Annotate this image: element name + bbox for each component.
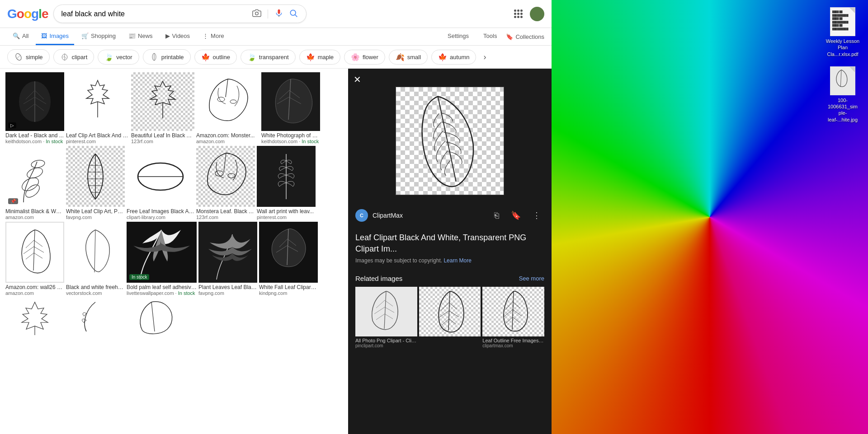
related-item[interactable] [419,287,481,348]
grid-item[interactable]: Free Leaf Images Black And ... clipart-l… [127,146,194,220]
detail-close-button[interactable]: ✕ [354,74,361,85]
related-image-1 [355,287,417,336]
collections-button[interactable]: 🔖 Collections [506,33,544,40]
svg-rect-1 [278,9,280,14]
grid-item[interactable] [5,298,64,338]
grid-item-label: Amazon.com: wall26 - ... [5,284,64,290]
related-label: All Photo Png Clipart - Clip ... [355,338,417,343]
svg-point-0 [255,12,259,15]
grid-item-label: Plant Leaves Leaf Blac... [198,284,257,290]
svg-line-68 [439,311,449,318]
svg-line-75 [504,309,513,317]
flower-icon: 🌸 [351,53,360,61]
svg-line-44 [33,230,35,271]
tab-news[interactable]: 📰 News [123,28,158,45]
grid-item[interactable]: 📌 Minimalist Black & Whi... amazon.com [5,146,64,220]
videos-icon: ▶ [165,33,170,39]
detail-image[interactable] [396,87,504,195]
learn-more-link[interactable]: Learn More [443,257,471,264]
chip-clipart[interactable]: clipart [53,49,94,65]
grid-row-1: ▷ Dark Leaf - Black and ... keithdotson.… [5,72,343,144]
svg-line-49 [34,247,44,252]
chip-outline[interactable]: 🍁 outline [194,50,237,65]
grid-item[interactable] [127,298,194,338]
grid-item-label: White Leaf Clip Art, PN... [66,208,125,215]
apps-grid-button[interactable] [514,9,523,18]
grid-item[interactable] [66,298,125,338]
tab-shopping[interactable]: 🛒 Shopping [76,28,121,45]
grid-item[interactable]: Amazon.com: Monster... amazon.com [196,72,259,144]
see-more-button[interactable]: See more [519,275,544,282]
leaf-outline-svg [140,77,185,126]
grid-item[interactable]: White Fall Leaf Clipart Bl... kindpng.co… [259,222,318,296]
chip-maple[interactable]: 🍁 maple [299,50,340,65]
chip-printable[interactable]: printable [143,49,191,65]
grid-item[interactable]: Black and white freehand ... vectorstock… [66,222,125,296]
chip-transparent[interactable]: 🍃 transparent [241,50,296,65]
chips-next-button[interactable]: › [480,51,490,64]
filter-chips: simple clipart 🍃 vector printable [0,46,552,69]
related-item[interactable]: All Photo Png Clipart - Clip ... pinclip… [355,287,417,348]
chip-autumn[interactable]: 🍁 autumn [431,50,476,65]
user-avatar[interactable] [530,7,544,21]
chip-simple[interactable]: simple [7,49,50,65]
grid-item-label: White Fall Leaf Clipart Bl... [259,284,318,290]
detail-copyright: Images may be subject to copyright. Lear… [348,257,552,269]
search-button[interactable] [288,8,299,20]
svg-line-79 [513,317,519,322]
grid-item-source: kindpng.com [259,290,318,296]
more-button[interactable]: ⋮ [529,209,544,222]
grid-item[interactable]: Wall art print with leav... pinterest.co… [257,146,316,220]
related-leaf-1 [359,289,413,334]
images-icon: 🖼 [41,33,47,39]
svg-line-61 [374,307,385,314]
related-item[interactable]: Leaf Outline Free Images O... clipartmax… [482,287,544,348]
grid-item[interactable]: Monstera Leaf. Black And ... 123rf.com [196,146,255,220]
search-input[interactable]: leaf black and white [61,10,248,18]
camera-search-button[interactable] [251,8,262,20]
svg-line-67 [441,303,449,311]
tab-more[interactable]: ⋮ More [197,28,230,45]
grid-item-label: Leaf Clip Art Black And White Cli... [66,132,129,139]
tab-videos[interactable]: ▶ Videos [160,28,196,45]
chip-vector[interactable]: 🍃 vector [98,50,139,65]
grid-item[interactable]: In stock Bold palm leaf self adhesive...… [127,222,197,296]
grid-item-source: clipart-library.com [127,215,194,220]
chip-small[interactable]: 🍂 small [389,50,428,65]
grid-item[interactable]: White Photograph of a ... keithdotson.co… [261,72,320,144]
oval-leaf-svg [131,149,190,204]
related-leaf-3 [486,289,541,334]
grid-item[interactable]: Amazon.com: wall26 - ... amazon.com [5,222,64,296]
share-button[interactable]: ⎗ [491,209,503,222]
svg-line-70 [449,303,457,309]
grid-item[interactable]: White Leaf Clip Art, PN... favpng.com [66,146,125,220]
freehand-leaf-svg [73,226,118,278]
shopping-icon: 🛒 [81,33,89,39]
grid-item[interactable]: Plant Leaves Leaf Blac... favpng.com [198,222,257,296]
svg-line-46 [24,247,34,254]
desktop-file-simple-leaf[interactable]: 100-1006631_sim ple-leaf-...hite.jpg [825,66,861,123]
svg-line-45 [26,240,34,248]
bookmark-button[interactable]: 🔖 [507,209,524,222]
grid-item-source: livetteswallpaper.com · In stock [127,290,197,296]
chip-flower[interactable]: 🌸 flower [344,50,385,65]
grid-item[interactable]: Beautiful Leaf In Black A... 123rf.com [131,72,194,144]
grid-item[interactable]: ▷ Dark Leaf - Black and ... keithdotson.… [5,72,64,144]
simple-leaf-icon [14,52,23,61]
grid-item-source: 123rf.com [196,215,255,220]
monstera-svg [201,75,255,129]
grid-item-source: 123rf.com [131,139,194,144]
tab-all[interactable]: 🔍 All [7,28,34,45]
desktop-file-weekly-lesson[interactable]: ████ ██ ██████████ ████ ██ ██████████ ██… [825,7,861,57]
svg-line-60 [376,300,385,308]
tropical-leaves-svg [203,225,253,280]
tools-button[interactable]: Tools [478,28,502,45]
grid-item[interactable]: Leaf Clip Art Black And White Cli... pin… [66,72,129,144]
settings-button[interactable]: Settings [442,28,474,45]
google-logo[interactable]: Google [7,7,48,21]
voice-search-button[interactable] [274,8,284,20]
svg-line-58 [151,302,155,331]
svg-line-59 [384,291,386,329]
tab-images[interactable]: 🖼 Images [36,28,74,45]
fall-leaf-svg [264,225,313,280]
